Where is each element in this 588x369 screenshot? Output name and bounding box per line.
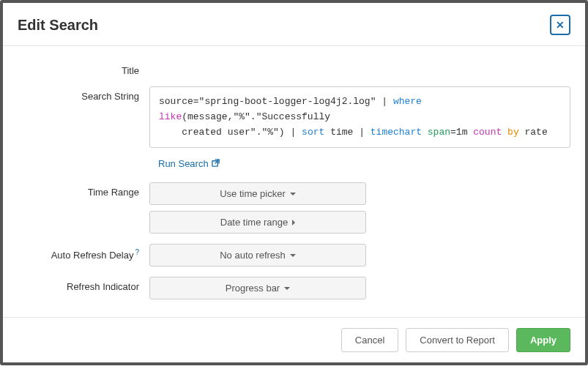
time-range-row: Time Range Use time picker (18, 182, 570, 205)
code-token: sort (302, 127, 324, 138)
help-icon[interactable]: ? (135, 248, 139, 256)
code-token: created user"."%") (182, 127, 284, 138)
modal-body: Title Search String source="spring-boot-… (3, 46, 585, 317)
auto-refresh-dropdown[interactable]: No auto refresh (149, 244, 366, 266)
auto-refresh-label: Auto Refresh Delay? (18, 244, 149, 261)
code-token: | (359, 127, 365, 138)
auto-refresh-control: No auto refresh (149, 244, 570, 266)
spacer-label (18, 211, 149, 215)
auto-refresh-label-text: Auto Refresh Delay (51, 250, 134, 261)
dropdown-label: Progress bar (226, 283, 280, 294)
time-range-label: Time Range (18, 182, 149, 198)
run-search-row: Run Search (18, 158, 570, 169)
code-token: by (507, 127, 519, 138)
run-search-link[interactable]: Run Search (149, 158, 220, 169)
cancel-button[interactable]: Cancel (341, 328, 398, 352)
modal-footer: Cancel Convert to Report Apply (3, 317, 585, 362)
code-token: source="spring-boot-logger-log4j2.log" (159, 96, 376, 107)
code-token: rate (525, 127, 548, 138)
date-time-range-control: Date time range (149, 211, 570, 234)
code-token: like (159, 111, 182, 122)
code-token: span (428, 127, 450, 138)
search-string-input[interactable]: source="spring-boot-logger-log4j2.log" |… (149, 86, 570, 148)
code-token: (message,"%"."Successfully (182, 111, 330, 122)
close-icon: ✕ (556, 19, 565, 31)
auto-refresh-row: Auto Refresh Delay? No auto refresh (18, 244, 570, 266)
apply-button[interactable]: Apply (516, 328, 570, 352)
close-button[interactable]: ✕ (550, 15, 570, 35)
chevron-down-icon (290, 193, 296, 195)
search-string-row: Search String source="spring-boot-logger… (18, 86, 570, 148)
code-token: | (290, 127, 296, 138)
chevron-down-icon (290, 254, 296, 257)
time-range-control: Use time picker (149, 182, 570, 205)
convert-to-report-button[interactable]: Convert to Report (406, 328, 509, 352)
date-time-range-button[interactable]: Date time range (149, 211, 366, 234)
chevron-down-icon (284, 287, 290, 290)
date-time-range-row: Date time range (18, 211, 570, 234)
title-row: Title (18, 61, 570, 76)
refresh-indicator-dropdown[interactable]: Progress bar (149, 277, 366, 299)
search-string-label: Search String (18, 86, 149, 102)
code-token: time (330, 127, 353, 138)
code-token: count (473, 127, 502, 138)
refresh-indicator-row: Refresh Indicator Progress bar (18, 277, 570, 299)
search-string-control: source="spring-boot-logger-log4j2.log" |… (149, 86, 570, 148)
modal-header: Edit Search ✕ (3, 3, 585, 46)
code-token: =1m (450, 127, 467, 138)
title-label: Title (18, 61, 149, 76)
code-token: | (382, 96, 387, 107)
dropdown-label: Date time range (220, 217, 289, 228)
code-token: timechart (371, 127, 422, 138)
dropdown-label: Use time picker (220, 188, 286, 199)
refresh-indicator-control: Progress bar (149, 277, 570, 299)
modal-title: Edit Search (18, 17, 98, 34)
spacer (18, 158, 149, 169)
time-picker-dropdown[interactable]: Use time picker (149, 182, 366, 205)
code-token: where (393, 96, 422, 107)
refresh-indicator-label: Refresh Indicator (18, 277, 149, 292)
external-link-icon (212, 159, 220, 168)
dropdown-label: No auto refresh (220, 250, 286, 261)
edit-search-modal: Edit Search ✕ Title Search String source… (0, 0, 588, 365)
run-search-label: Run Search (158, 158, 209, 169)
chevron-right-icon (292, 220, 295, 225)
